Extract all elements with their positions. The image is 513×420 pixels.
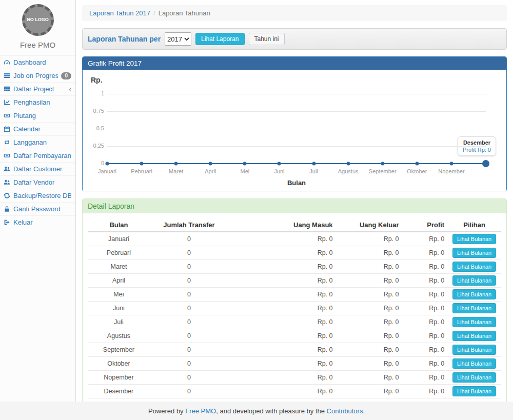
chart-point-september[interactable] <box>381 162 384 166</box>
x-tick-label: Januari <box>98 168 116 174</box>
cell-pilihan: Lihat Bulanan <box>447 302 501 315</box>
lihat-bulanan-button[interactable]: Lihat Bulanan <box>452 248 496 258</box>
cell-jumlah-transfer: 0 <box>150 315 228 329</box>
cell-pilihan: Lihat Bulanan <box>447 274 501 288</box>
chevron-left-icon: ‹ <box>69 87 71 92</box>
lihat-bulanan-button[interactable]: Lihat Bulanan <box>452 345 496 355</box>
sidebar-item-daftar-pembayaran[interactable]: Daftar Pembayaran <box>0 149 75 163</box>
cell-uang-masuk: Rp. 0 <box>228 302 336 315</box>
chart-point-juni[interactable] <box>278 162 281 166</box>
column-header-uang-masuk: Uang Masuk <box>228 218 336 232</box>
cell-bulan: April <box>88 274 150 288</box>
cell-bulan: Oktober <box>88 357 150 371</box>
filter-label: Laporan Tahunan per <box>88 35 161 43</box>
chart-point-april[interactable] <box>209 162 212 166</box>
detail-panel-title: Detail Laporan <box>83 199 506 213</box>
footer-brand-link[interactable]: Free PMO <box>185 407 216 415</box>
report-table: BulanJumlah TransferUang MasukUang Kelua… <box>88 218 501 411</box>
cell-uang-keluar: Rp. 0 <box>336 232 402 246</box>
footer-text: , and developed with pleasure by the <box>216 407 326 415</box>
sidebar-item-label: Ganti Password <box>13 205 61 213</box>
cell-pilihan: Lihat Bulanan <box>447 329 501 343</box>
lihat-bulanan-button[interactable]: Lihat Bulanan <box>452 372 496 383</box>
sidebar-item-label: Piutang <box>13 112 36 119</box>
chart-point-maret[interactable] <box>174 162 178 166</box>
cell-profit: Rp. 0 <box>402 260 448 274</box>
cell-profit: Rp. 0 <box>402 385 448 398</box>
sidebar-item-piutang[interactable]: Piutang <box>0 109 75 123</box>
cell-uang-masuk: Rp. 0 <box>228 246 336 260</box>
sidebar-item-penghasilan[interactable]: Penghasilan <box>0 96 75 109</box>
chart-point-januari[interactable] <box>106 162 109 166</box>
footer-text: . <box>363 407 365 415</box>
cell-uang-masuk: Rp. 0 <box>228 371 336 385</box>
table-icon <box>4 86 10 92</box>
dashboard-icon <box>4 59 10 66</box>
breadcrumb-separator: / <box>153 9 155 17</box>
cell-bulan: Januari <box>88 232 150 246</box>
lihat-bulanan-button[interactable]: Lihat Bulanan <box>452 317 496 327</box>
lihat-bulanan-button[interactable]: Lihat Bulanan <box>452 289 496 299</box>
lihat-bulanan-button[interactable]: Lihat Bulanan <box>452 275 496 286</box>
chart-point-oktober[interactable] <box>415 162 419 166</box>
chart-point-agustus[interactable] <box>346 162 350 166</box>
column-header-pilihan: Pilihan <box>447 218 501 232</box>
footer-text: Powered by <box>148 407 185 415</box>
table-row: Januari0Rp. 0Rp. 0Rp. 0Lihat Bulanan <box>88 232 501 246</box>
cell-bulan: Desember <box>88 385 150 398</box>
cell-profit: Rp. 0 <box>402 343 448 357</box>
lihat-bulanan-button[interactable]: Lihat Bulanan <box>452 303 496 313</box>
sidebar-item-ganti-password[interactable]: Ganti Password <box>0 203 75 216</box>
sidebar-item-daftar-vendor[interactable]: Daftar Vendor <box>0 176 75 189</box>
y-tick-label: 0.75 <box>84 108 104 114</box>
chart-point-pebruari[interactable] <box>140 162 144 166</box>
cell-uang-masuk: Rp. 0 <box>228 357 336 371</box>
table-row: Pebruari0Rp. 0Rp. 0Rp. 0Lihat Bulanan <box>88 246 501 260</box>
lihat-bulanan-button[interactable]: Lihat Bulanan <box>452 386 496 396</box>
lihat-bulanan-button[interactable]: Lihat Bulanan <box>452 234 496 244</box>
lihat-laporan-button[interactable]: Lihat Laporan <box>195 33 244 45</box>
lock-icon <box>4 206 10 212</box>
breadcrumb-link[interactable]: Laporan Tahun 2017 <box>89 9 150 17</box>
table-row: Agustus0Rp. 0Rp. 0Rp. 0Lihat Bulanan <box>88 329 501 343</box>
footer-contributors-link[interactable]: Contributors <box>327 407 363 415</box>
table-row: September0Rp. 0Rp. 0Rp. 0Lihat Bulanan <box>88 343 501 357</box>
lihat-bulanan-button[interactable]: Lihat Bulanan <box>452 262 496 272</box>
sidebar-item-label: Daftar Pembayaran <box>13 152 71 159</box>
users-icon <box>4 166 10 172</box>
table-row: Oktober0Rp. 0Rp. 0Rp. 0Lihat Bulanan <box>88 357 501 371</box>
cell-uang-keluar: Rp. 0 <box>336 343 402 357</box>
chart-point-juli[interactable] <box>312 162 315 166</box>
sidebar-item-daftar-customer[interactable]: Daftar Customer <box>0 163 75 176</box>
year-select[interactable]: 2017 <box>165 32 191 46</box>
x-tick-label: Mei <box>240 168 249 174</box>
sidebar-item-keluar[interactable]: Keluar <box>0 216 75 229</box>
chart-point-mei[interactable] <box>243 162 247 166</box>
sidebar-item-calendar[interactable]: Calendar <box>0 123 75 136</box>
cell-jumlah-transfer: 0 <box>150 329 228 343</box>
chart-point-nopember[interactable] <box>449 162 453 166</box>
cell-profit: Rp. 0 <box>402 357 448 371</box>
sidebar-item-dashboard[interactable]: Dashboard <box>0 55 75 69</box>
cell-jumlah-transfer: 0 <box>150 274 228 288</box>
sidebar-item-langganan[interactable]: Langganan <box>0 136 75 149</box>
cell-profit: Rp. 0 <box>402 246 448 260</box>
cell-pilihan: Lihat Bulanan <box>447 246 501 260</box>
sidebar-item-daftar-project[interactable]: Daftar Project‹ <box>0 83 75 96</box>
sidebar-item-job-on-progress[interactable]: Job on Progress0 <box>0 69 75 83</box>
lihat-bulanan-button[interactable]: Lihat Bulanan <box>452 331 496 341</box>
cell-bulan: Mei <box>88 288 150 302</box>
y-tick-label: 0.25 <box>84 143 104 149</box>
lihat-bulanan-button[interactable]: Lihat Bulanan <box>452 358 496 369</box>
x-tick-label: Agustus <box>338 168 359 174</box>
chart-point-desember[interactable] <box>482 160 489 167</box>
refresh-icon <box>4 192 10 199</box>
cell-uang-masuk: Rp. 0 <box>228 329 336 343</box>
cell-uang-keluar: Rp. 0 <box>336 385 402 398</box>
tahun-ini-button[interactable]: Tahun ini <box>249 33 285 45</box>
sidebar-item-backup-restore-db[interactable]: Backup/Restore DB <box>0 189 75 203</box>
cell-profit: Rp. 0 <box>402 302 448 315</box>
column-header-uang-keluar: Uang Keluar <box>336 218 402 232</box>
chart-panel-title: Grafik Profit 2017 <box>83 57 506 70</box>
cell-profit: Rp. 0 <box>402 371 448 385</box>
